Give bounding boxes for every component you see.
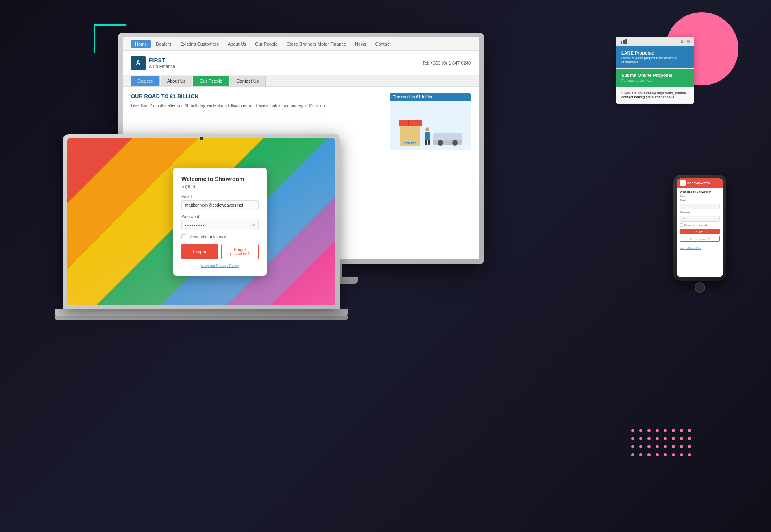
phone-screen: CODEWEAVERS Welcome to Showroom Sign in …	[677, 178, 723, 277]
email-label: Email	[181, 194, 259, 199]
nav-contact[interactable]: Contact	[371, 40, 395, 48]
phone-email-label: Email	[680, 199, 720, 201]
phone-home-button[interactable]	[695, 282, 705, 293]
button-row: Log in Forgot password?	[181, 244, 259, 259]
nav-close-brothers[interactable]: Close Brothers Motor Finance	[283, 40, 350, 48]
signal-bars	[621, 39, 627, 44]
login-modal: Welcome to Showroom Sign in Email Passwo…	[173, 168, 267, 276]
phone-password-label: Password	[680, 211, 720, 214]
nav-dealers[interactable]: Dealers	[152, 40, 175, 48]
nav-home[interactable]: Home	[131, 40, 151, 48]
laptop: Welcome to Showroom Sign in Email Passwo…	[63, 134, 340, 338]
nav-our-people[interactable]: Our People	[251, 40, 282, 48]
show-password-icon[interactable]: 👁	[252, 223, 255, 227]
privacy-link[interactable]: View our Privacy Policy	[181, 264, 259, 268]
laptop-wallpaper: Welcome to Showroom Sign in Email Passwo…	[67, 138, 335, 305]
bar3	[625, 39, 627, 44]
phone-navbar: CODEWEAVERS	[677, 178, 723, 188]
content-desc: Less than 2 months after our 7th birthda…	[131, 102, 383, 109]
logo-sub-text: Auto Finance	[149, 64, 175, 69]
phone-title: Welcome to Showroom	[680, 190, 720, 193]
content-title: OUR ROAD TO €1 BILLION	[131, 93, 383, 99]
side-panel: ⚙ ⊞ LANE Proposal Quick & easy proposal …	[616, 37, 694, 104]
phone-email-input[interactable]	[680, 204, 720, 209]
tab-dealers[interactable]: Dealers	[131, 76, 160, 86]
nav-about-us[interactable]: About Us	[224, 40, 250, 48]
grid-icon[interactable]: ⊞	[686, 39, 690, 44]
modal-subtitle: Sign in	[181, 184, 259, 189]
side-panel-header: ⚙ ⊞	[616, 37, 694, 46]
lane-sub: Quick & easy proposal for existing custo…	[621, 56, 689, 64]
mobile-phone: CODEWEAVERS Welcome to Showroom Sign in …	[673, 175, 726, 281]
phone-body: CODEWEAVERS Welcome to Showroom Sign in …	[673, 175, 726, 281]
phone-logo-icon	[680, 180, 686, 186]
remember-row: Remember my email	[181, 234, 259, 239]
logo-icon: A	[131, 56, 146, 70]
shop-shape: FINANCE NOW	[399, 120, 421, 146]
phone-brand: CODEWEAVERS	[687, 182, 710, 185]
deco-dots-right	[631, 429, 694, 459]
banner-label: The road to €1 billion	[390, 93, 471, 101]
email-input[interactable]	[181, 200, 259, 210]
settings-icon[interactable]: ⚙	[680, 39, 684, 44]
phone-remember-row: Remember my email	[680, 223, 720, 227]
phone-login-button[interactable]: Log in	[680, 229, 720, 234]
phone-signin-label: Sign in	[680, 195, 720, 197]
proposal-title: Submit Online Proposal	[621, 73, 689, 78]
phone-password-input[interactable]	[680, 216, 720, 222]
website-header: A FIRST Auto Finance Tel: +353 (0) 1 647…	[123, 51, 479, 76]
modal-title: Welcome to Showroom	[181, 176, 259, 182]
nav-existing-customers[interactable]: Existing Customers	[176, 40, 223, 48]
bar1	[621, 41, 622, 44]
website-nav: Home Dealers Existing Customers About Us…	[123, 37, 479, 51]
password-wrapper: 👁	[181, 220, 259, 230]
logo-first-text: FIRST	[149, 57, 175, 64]
side-panel-lane[interactable]: LANE Proposal Quick & easy proposal for …	[616, 46, 694, 69]
logo-area: A FIRST Auto Finance	[131, 56, 175, 70]
logo-text: FIRST Auto Finance	[149, 57, 175, 69]
header-icons: ⚙ ⊞	[680, 39, 690, 44]
tab-people[interactable]: Our People	[193, 76, 229, 86]
phone-remember-text: Remember my email	[684, 224, 707, 226]
password-input[interactable]	[181, 220, 259, 230]
tab-contact[interactable]: Contact Us	[230, 76, 266, 86]
content-banner: The road to €1 billion	[390, 93, 471, 150]
phone-content: Welcome to Showroom Sign in Email Passwo…	[677, 188, 723, 253]
laptop-bottom	[55, 309, 348, 316]
remember-checkbox[interactable]	[181, 234, 186, 239]
car-shape	[433, 129, 462, 145]
remember-label: Remember my email	[189, 235, 226, 239]
laptop-camera	[200, 137, 203, 140]
phone-forgot-button[interactable]: Forgot password?	[680, 236, 720, 242]
nav-news[interactable]: News	[351, 40, 370, 48]
password-label: Password	[181, 214, 259, 219]
header-phone: Tel: +353 (0) 1 647 0240	[422, 61, 471, 65]
register-text: If you are not already registered, pleas…	[621, 91, 689, 99]
tab-about[interactable]: About Us	[161, 76, 192, 86]
side-panel-register: If you are not already registered, pleas…	[616, 87, 694, 104]
person-shape	[425, 127, 430, 145]
banner-illustration: FINANCE NOW	[390, 101, 471, 150]
laptop-screen: Welcome to Showroom Sign in Email Passwo…	[63, 134, 340, 309]
phone-remember-checkbox[interactable]	[680, 223, 683, 227]
website-tabs: Dealers About Us Our People Contact Us	[123, 76, 479, 87]
bar2	[623, 40, 625, 44]
forgot-password-button[interactable]: Forgot password?	[221, 244, 259, 259]
laptop-screen-container: Welcome to Showroom Sign in Email Passwo…	[63, 134, 340, 309]
laptop-base	[55, 316, 348, 320]
side-panel-proposal[interactable]: Submit Online Proposal For new customers	[616, 69, 694, 87]
login-button[interactable]: Log in	[181, 244, 218, 259]
phone-privacy-link[interactable]: View our Privacy Policy	[680, 247, 701, 249]
lane-title: LANE Proposal	[621, 50, 689, 55]
laptop-display: Welcome to Showroom Sign in Email Passwo…	[67, 138, 335, 305]
proposal-sub: For new customers	[621, 78, 689, 83]
